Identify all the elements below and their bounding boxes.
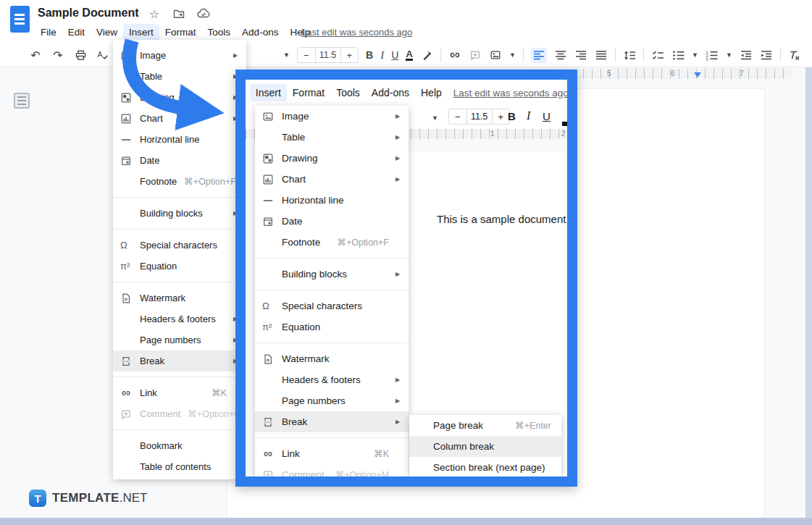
menu-item-page-break[interactable]: Page break ⌘+Enter <box>409 415 561 436</box>
align-left-icon[interactable] <box>531 48 547 63</box>
justify-icon[interactable] <box>595 49 608 62</box>
line-spacing-icon[interactable] <box>623 49 636 62</box>
font-size-decrease-button[interactable]: − <box>298 50 315 61</box>
bulleted-list-dropdown-icon[interactable]: ▼ <box>692 51 698 59</box>
menu-shortcut: ⌘K <box>212 387 227 398</box>
numbered-list-icon[interactable]: 123 <box>706 49 719 62</box>
menu-add-ons[interactable]: Add-ons <box>366 84 415 101</box>
align-right-icon[interactable] <box>574 49 587 62</box>
menu-item-date[interactable]: Date ▶ <box>255 211 409 232</box>
menu-format[interactable]: Format <box>287 84 330 101</box>
bulleted-list-icon[interactable] <box>671 49 685 62</box>
italic-button[interactable]: I <box>380 49 384 62</box>
menu-tools[interactable]: Tools <box>330 84 366 101</box>
menu-item-watermark[interactable]: Watermark ▶ <box>113 287 246 308</box>
zoom-dropdown-icon[interactable]: ▼ <box>432 114 438 122</box>
insert-link-icon[interactable] <box>448 49 461 62</box>
menu-item-page-numbers[interactable]: Page numbers ▶ <box>113 329 246 350</box>
insert-image-icon[interactable] <box>489 49 502 62</box>
underline-button[interactable]: U <box>543 110 551 122</box>
menu-item-break[interactable]: Break ▶ <box>255 411 409 432</box>
menu-item-section-break-next-page[interactable]: Section break (next page) <box>409 457 561 476</box>
menu-item-footnote[interactable]: Footnote ⌘+Option+F ▶ <box>255 232 409 253</box>
menu-item-building-blocks[interactable]: Building blocks ▶ <box>113 203 246 224</box>
menu-item-equation[interactable]: π² Equation ▶ <box>113 256 246 277</box>
spellcheck-icon[interactable]: A <box>96 49 109 62</box>
menu-item-special-characters[interactable]: Ω Special characters ▶ <box>113 235 246 256</box>
menu-item-horizontal-line[interactable]: Horizontal line ▶ <box>113 129 246 150</box>
star-icon[interactable]: ☆ <box>147 7 162 21</box>
menu-item-watermark[interactable]: Watermark ▶ <box>255 348 409 369</box>
highlight-icon[interactable] <box>420 49 433 62</box>
menu-divider <box>113 197 246 198</box>
italic-button[interactable]: I <box>527 109 530 122</box>
print-icon[interactable] <box>74 49 87 62</box>
menu-item-chart[interactable]: Chart ▶ <box>255 169 409 190</box>
bold-button[interactable]: B <box>508 110 516 122</box>
clear-formatting-icon[interactable] <box>788 49 801 62</box>
zoom-dropdown-icon[interactable]: ▼ <box>283 51 290 59</box>
undo-icon[interactable]: ↶ <box>29 49 42 62</box>
menu-item-table-of-contents[interactable]: Table of contents ▶ <box>113 456 246 477</box>
cloud-saved-icon[interactable] <box>196 7 211 21</box>
document-outline-icon[interactable] <box>14 93 30 109</box>
horizontal-line-icon <box>120 134 140 146</box>
last-edit-link[interactable]: Last edit was seconds ago <box>453 88 567 98</box>
image-dropdown-icon[interactable]: ▼ <box>509 51 516 59</box>
underline-button[interactable]: U <box>391 49 398 61</box>
move-folder-icon[interactable] <box>172 7 186 21</box>
insert-comment-icon[interactable] <box>469 49 482 62</box>
menu-item-headers-footers[interactable]: Headers & footers ▶ <box>255 369 409 390</box>
menu-item-table[interactable]: Table ▶ <box>255 127 409 148</box>
font-size-increase-button[interactable]: + <box>341 50 359 61</box>
menu-view[interactable]: View <box>246 84 250 101</box>
last-edit-link[interactable]: Last edit was seconds ago <box>301 27 412 38</box>
menu-item-headers-footers[interactable]: Headers & footers ▶ <box>113 308 246 329</box>
decrease-indent-icon[interactable] <box>740 49 753 62</box>
menu-shortcut: ⌘+Option+M <box>335 469 389 476</box>
font-size-value[interactable]: 11.5 <box>315 47 341 63</box>
text-color-button[interactable]: A <box>406 49 413 61</box>
menu-item-comment[interactable]: Comment ⌘+Option+M ▶ <box>113 403 246 424</box>
menu-item-building-blocks[interactable]: Building blocks ▶ <box>255 264 409 285</box>
submenu-arrow-icon: ▶ <box>395 134 401 140</box>
font-size-value[interactable]: 11.5 <box>466 109 493 125</box>
menu-item-date[interactable]: Date ▶ <box>113 150 246 171</box>
omega-icon: Ω <box>120 240 140 251</box>
menu-divider <box>255 290 409 290</box>
scrollbar[interactable] <box>805 67 812 518</box>
increase-indent-icon[interactable] <box>760 49 773 62</box>
menu-item-equation[interactable]: π² Equation ▶ <box>255 316 409 337</box>
document-body-text[interactable]: This is a sample document. <box>437 213 567 225</box>
menu-item-comment[interactable]: Comment ⌘+Option+M ▶ <box>255 464 409 476</box>
menu-help[interactable]: Help <box>415 84 448 101</box>
numbered-list-dropdown-icon[interactable]: ▼ <box>726 51 732 59</box>
align-center-icon[interactable] <box>554 49 567 62</box>
menu-edit[interactable]: Edit <box>62 24 91 41</box>
bold-button[interactable]: B <box>366 49 373 61</box>
font-size-increase-button[interactable]: + <box>493 112 510 122</box>
menu-item-footnote[interactable]: Footnote ⌘+Option+F ▶ <box>113 171 246 192</box>
menu-item-break[interactable]: Break ▶ <box>113 350 246 371</box>
menu-item-link[interactable]: Link ⌘K ▶ <box>113 382 246 403</box>
menu-add-ons[interactable]: Add-ons <box>236 24 284 41</box>
checklist-icon[interactable] <box>651 49 664 62</box>
redo-icon[interactable]: ↷ <box>51 49 64 62</box>
menu-item-page-numbers[interactable]: Page numbers ▶ <box>255 390 409 411</box>
menu-item-link[interactable]: Link ⌘K ▶ <box>255 443 409 464</box>
menu-item-image[interactable]: Image ▶ <box>255 106 409 127</box>
font-size-decrease-button[interactable]: − <box>449 112 466 122</box>
menu-file[interactable]: File <box>35 24 62 41</box>
menu-divider <box>113 229 246 230</box>
google-docs-logo-icon[interactable] <box>10 6 30 33</box>
menu-item-column-break[interactable]: Column break <box>409 436 561 457</box>
document-title[interactable]: Sample Document <box>38 7 139 20</box>
menu-item-bookmark[interactable]: Bookmark ▶ <box>113 435 246 456</box>
menu-item-special-characters[interactable]: Ω Special characters ▶ <box>255 295 409 316</box>
ruler-indent-marker[interactable] <box>694 72 701 77</box>
drawing-icon <box>262 153 282 164</box>
menu-shortcut: ⌘+Option+F <box>184 176 236 187</box>
menu-item-horizontal-line[interactable]: Horizontal line ▶ <box>255 190 409 211</box>
menu-item-drawing[interactable]: Drawing ▶ <box>255 148 409 169</box>
menu-insert[interactable]: Insert <box>250 84 287 101</box>
